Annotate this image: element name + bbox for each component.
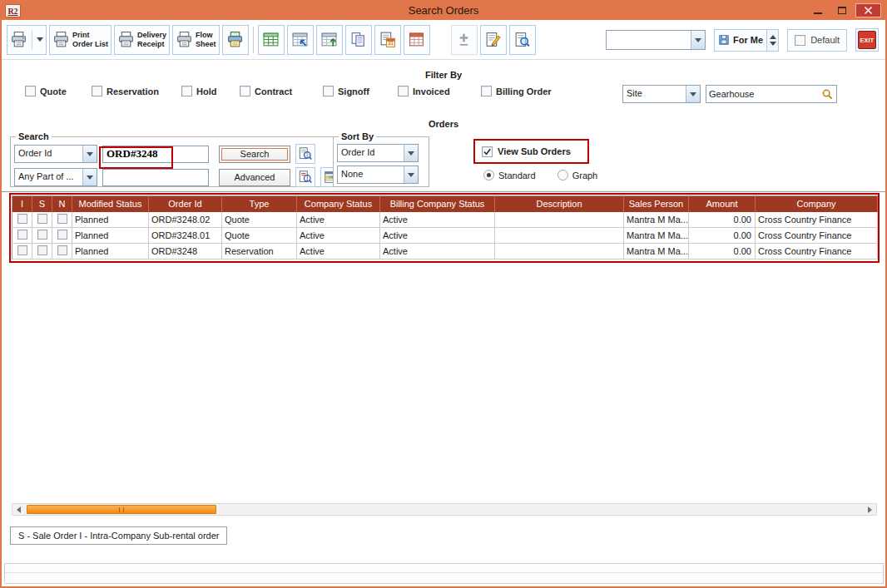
for-me-button[interactable]: For Me bbox=[714, 29, 767, 52]
part-input[interactable] bbox=[102, 169, 209, 186]
copy-button[interactable] bbox=[345, 25, 372, 55]
close-button[interactable] bbox=[855, 3, 881, 17]
cell-order-id[interactable]: ORD#3248 bbox=[149, 244, 222, 259]
view-sub-orders-checkbox[interactable] bbox=[482, 146, 493, 157]
scrollbar-track[interactable] bbox=[25, 504, 864, 515]
row-checkbox-n[interactable] bbox=[57, 245, 67, 255]
table-row[interactable]: Planned ORD#3248 Reservation Active Acti… bbox=[12, 244, 878, 259]
for-me-spinner[interactable] bbox=[767, 29, 779, 52]
row-checkbox-i[interactable] bbox=[17, 214, 27, 224]
scroll-left-button[interactable] bbox=[12, 504, 25, 515]
sort-secondary-dropdown[interactable] bbox=[404, 166, 418, 183]
part-selector-dropdown[interactable] bbox=[82, 169, 97, 185]
col-description[interactable]: Description bbox=[495, 196, 624, 212]
filter-checkbox-hold[interactable]: Hold bbox=[181, 86, 216, 96]
cell-type[interactable]: Quote bbox=[222, 228, 297, 244]
checkbox[interactable] bbox=[240, 86, 250, 96]
horizontal-scrollbar[interactable] bbox=[12, 503, 877, 516]
profile-combo-dropdown[interactable] bbox=[691, 31, 705, 49]
cell-description[interactable] bbox=[495, 244, 624, 259]
cell-order-id[interactable]: ORD#3248.01 bbox=[149, 228, 222, 244]
col-order-id[interactable]: Order Id bbox=[149, 196, 222, 212]
checkbox[interactable] bbox=[481, 86, 492, 96]
col-s[interactable]: S bbox=[32, 196, 52, 212]
checkbox[interactable] bbox=[323, 86, 334, 96]
print-split-button[interactable] bbox=[7, 25, 47, 55]
profile-combo[interactable] bbox=[606, 30, 706, 50]
row-checkbox-n[interactable] bbox=[57, 230, 67, 240]
search-icon[interactable] bbox=[821, 88, 834, 101]
filter-checkbox-quote[interactable]: Quote bbox=[25, 86, 67, 96]
cell-sales-person[interactable]: Mantra M Ma... bbox=[624, 228, 689, 244]
cell-company-status[interactable]: Active bbox=[297, 244, 380, 259]
schedule-button[interactable]: 31 bbox=[374, 25, 401, 55]
titlebar[interactable]: R2 Search Orders bbox=[2, 2, 885, 20]
col-sales-person[interactable]: Sales Person bbox=[624, 196, 689, 212]
part-selector[interactable]: Any Part of ... bbox=[14, 168, 97, 186]
export-grid-button[interactable] bbox=[258, 25, 285, 55]
col-type[interactable]: Type bbox=[222, 196, 297, 212]
filter-checkbox-reservation[interactable]: Reservation bbox=[92, 86, 159, 96]
cell-modified-status[interactable]: Planned bbox=[72, 212, 149, 228]
cell-company[interactable]: Cross Country Finance bbox=[756, 212, 878, 228]
calendar-button[interactable] bbox=[404, 25, 430, 55]
radio-icon[interactable] bbox=[557, 170, 568, 180]
site-search-field[interactable]: Gearhouse bbox=[706, 85, 837, 103]
sort-secondary-combo[interactable]: None bbox=[337, 166, 419, 184]
cell-billing-company-status[interactable]: Active bbox=[380, 228, 495, 244]
checkbox[interactable] bbox=[92, 86, 102, 96]
cell-amount[interactable]: 0.00 bbox=[689, 212, 756, 228]
filter-checkbox-billing-order[interactable]: Billing Order bbox=[481, 86, 552, 96]
col-company-status[interactable]: Company Status bbox=[297, 196, 380, 212]
table-row[interactable]: Planned ORD#3248.02 Quote Active Active … bbox=[12, 212, 878, 228]
exit-button[interactable]: EXIT bbox=[855, 28, 879, 52]
send-grid-button[interactable] bbox=[316, 25, 343, 55]
col-billing-company-status[interactable]: Billing Company Status bbox=[380, 196, 495, 212]
row-checkbox-s[interactable] bbox=[37, 245, 47, 255]
filter-checkbox-invoiced[interactable]: Invoiced bbox=[398, 86, 450, 96]
cell-order-id[interactable]: ORD#3248.02 bbox=[149, 212, 222, 228]
site-combo[interactable]: Site bbox=[622, 85, 701, 103]
cell-description[interactable] bbox=[495, 228, 624, 244]
sort-primary-dropdown[interactable] bbox=[404, 145, 418, 161]
cell-company-status[interactable]: Active bbox=[297, 212, 380, 228]
checkbox[interactable] bbox=[398, 86, 409, 96]
flow-sheet-button[interactable]: FlowSheet bbox=[172, 25, 220, 55]
cell-company[interactable]: Cross Country Finance bbox=[756, 244, 878, 259]
cell-billing-company-status[interactable]: Active bbox=[380, 244, 495, 259]
col-modified-status[interactable]: Modified Status bbox=[72, 196, 149, 212]
graph-radio-option[interactable]: Graph bbox=[557, 170, 598, 180]
cell-company[interactable]: Cross Country Finance bbox=[756, 228, 878, 244]
scrollbar-thumb[interactable] bbox=[27, 505, 216, 514]
row-checkbox-s[interactable] bbox=[37, 230, 47, 240]
cell-description[interactable] bbox=[495, 212, 624, 228]
chevron-down-icon[interactable] bbox=[37, 37, 43, 42]
sort-primary-combo[interactable]: Order Id bbox=[337, 144, 419, 162]
cell-modified-status[interactable]: Planned bbox=[72, 244, 149, 259]
default-toggle[interactable]: Default bbox=[787, 29, 847, 52]
advanced-search-button[interactable] bbox=[295, 167, 315, 187]
checkbox[interactable] bbox=[25, 86, 36, 96]
row-checkbox-i[interactable] bbox=[17, 230, 27, 240]
cell-amount[interactable]: 0.00 bbox=[689, 244, 756, 259]
checkbox[interactable] bbox=[181, 86, 192, 96]
default-checkbox[interactable] bbox=[795, 35, 805, 46]
print-color-button[interactable] bbox=[222, 25, 249, 55]
standard-radio-option[interactable]: Standard bbox=[483, 170, 536, 180]
spinner-up-icon[interactable] bbox=[770, 35, 776, 39]
search-button[interactable]: Search bbox=[219, 146, 290, 163]
cell-sales-person[interactable]: Mantra M Ma... bbox=[624, 212, 689, 228]
minimize-button[interactable] bbox=[807, 3, 828, 17]
col-i[interactable]: I bbox=[12, 196, 32, 212]
edit-button[interactable] bbox=[480, 25, 507, 55]
import-grid-button[interactable] bbox=[287, 25, 314, 55]
row-checkbox-s[interactable] bbox=[37, 214, 47, 224]
filter-checkbox-signoff[interactable]: Signoff bbox=[323, 86, 369, 96]
add-button[interactable] bbox=[451, 25, 478, 55]
cell-company-status[interactable]: Active bbox=[297, 228, 380, 244]
cell-type[interactable]: Reservation bbox=[222, 244, 297, 259]
search-report-button[interactable] bbox=[295, 144, 315, 164]
table-row[interactable]: Planned ORD#3248.01 Quote Active Active … bbox=[12, 228, 878, 244]
print-order-list-button[interactable]: PrintOrder List bbox=[49, 25, 111, 55]
col-n[interactable]: N bbox=[52, 196, 72, 212]
